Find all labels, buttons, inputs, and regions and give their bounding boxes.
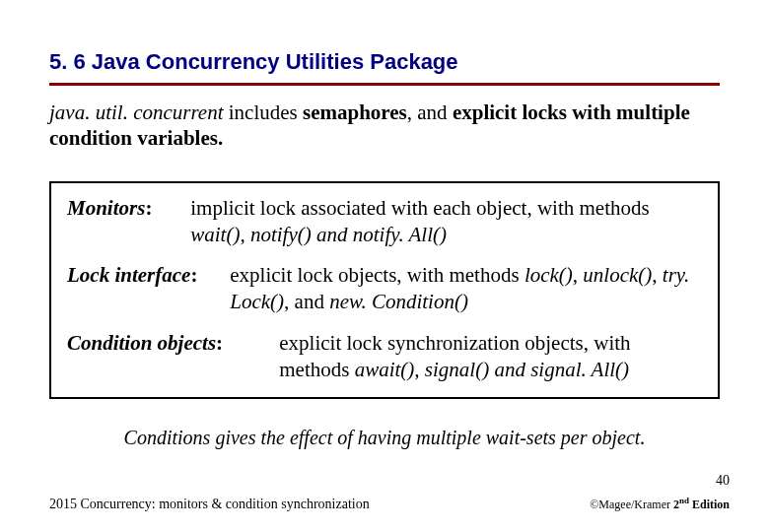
footer-left: 2015 Concurrency: monitors & condition s…	[49, 497, 370, 512]
slide-title: 5. 6 Java Concurrency Utilities Package	[49, 49, 720, 75]
footer-edition-suffix: nd	[679, 496, 689, 505]
intro-text-1: includes	[224, 100, 303, 124]
monitors-row: Monitors: implicit lock associated with …	[67, 195, 702, 249]
lock-method-last: new. Condition()	[329, 290, 468, 313]
package-name: java. util. concurrent	[49, 100, 224, 124]
lock-label: Lock interface	[67, 263, 190, 287]
condition-body: explicit lock synchronization objects, w…	[279, 330, 693, 384]
footer-copyright: ©Magee/Kramer	[590, 498, 673, 511]
lock-row: Lock interface: explicit lock objects, w…	[67, 262, 702, 316]
monitors-body: implicit lock associated with each objec…	[190, 195, 683, 249]
lock-and: and	[295, 290, 330, 313]
monitors-methods: wait(), notify() and notify. All()	[190, 223, 447, 246]
condition-label: Condition objects	[67, 331, 216, 355]
footer-right: ©Magee/Kramer 2nd Edition	[590, 496, 730, 512]
footnote-note: Conditions gives the effect of having mu…	[49, 427, 720, 449]
intro-text-2: , and	[407, 100, 453, 124]
title-rule	[49, 83, 720, 86]
lock-text: explicit lock objects, with methods	[230, 263, 524, 287]
footer-edition-word: Edition	[689, 498, 730, 511]
lock-body: explicit lock objects, with methods lock…	[230, 262, 693, 316]
condition-row: Condition objects: explicit lock synchro…	[67, 330, 702, 384]
page-number: 40	[716, 473, 730, 489]
condition-methods: await(), signal() and signal. All()	[355, 358, 629, 381]
intro-bold-1: semaphores	[303, 100, 407, 124]
intro-paragraph: java. util. concurrent includes semaphor…	[49, 100, 720, 152]
definitions-box: Monitors: implicit lock associated with …	[49, 181, 720, 400]
monitors-label: Monitors	[67, 196, 145, 220]
monitors-text: implicit lock associated with each objec…	[190, 196, 649, 220]
slide: 5. 6 Java Concurrency Utilities Package …	[0, 0, 769, 532]
